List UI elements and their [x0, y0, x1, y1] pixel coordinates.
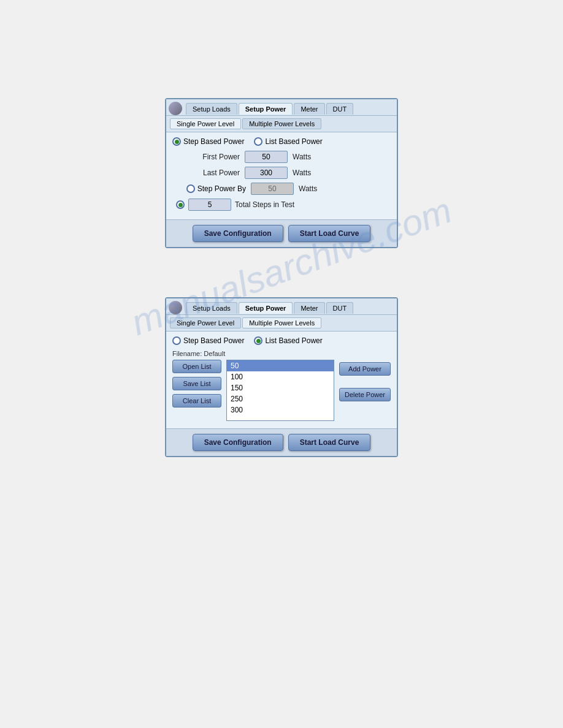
total-steps-label: Total Steps in Test	[235, 200, 294, 209]
radio-step-power[interactable]: Step Power By	[172, 184, 246, 193]
button-row-2: Save Configuration Start Load Curve	[166, 428, 397, 456]
radio-list-circle-1[interactable]	[254, 137, 262, 146]
tab-meter-1[interactable]: Meter	[294, 103, 324, 115]
power-list-item-0[interactable]: 50	[227, 360, 334, 371]
add-power-btn[interactable]: Add Power	[339, 362, 391, 376]
first-power-row: First Power Watts	[172, 151, 391, 163]
power-action-buttons: Add Power Delete Power	[339, 360, 391, 421]
tab-dut-2[interactable]: DUT	[326, 302, 354, 314]
radio-total-steps[interactable]	[172, 200, 185, 209]
radio-step-circle-2[interactable]	[172, 336, 181, 345]
filename-row: Filename: Default	[172, 350, 391, 357]
tab-setup-loads-2[interactable]: Setup Loads	[186, 302, 237, 314]
radio-step-power-circle[interactable]	[186, 184, 195, 193]
power-list-item-3[interactable]: 250	[227, 393, 334, 404]
radio-list-circle-2[interactable]	[254, 336, 262, 345]
radio-row-1: Step Based Power List Based Power	[172, 137, 391, 146]
panel-body-2: Step Based Power List Based Power Filena…	[166, 332, 397, 428]
list-buttons-group: Open List Save List Clear List	[172, 360, 221, 421]
total-steps-row: Total Steps in Test	[172, 199, 391, 211]
sub-tab-single-1[interactable]: Single Power Level	[170, 118, 241, 129]
step-power-unit: Watts	[299, 184, 317, 193]
sub-tab-multiple-1[interactable]: Multiple Power Levels	[242, 118, 321, 129]
radio-list-label-2: List Based Power	[265, 336, 322, 345]
tab-bar-2: Setup Loads Setup Power Meter DUT	[166, 298, 397, 315]
start-load-curve-btn-2[interactable]: Start Load Curve	[288, 434, 371, 451]
tab-setup-power-1[interactable]: Setup Power	[239, 103, 293, 115]
power-list-item-2[interactable]: 150	[227, 382, 334, 393]
radio-step-2[interactable]: Step Based Power	[172, 336, 244, 345]
step-power-label: Step Power By	[197, 184, 246, 193]
panel-body-1: Step Based Power List Based Power First …	[166, 132, 397, 219]
last-power-row: Last Power Watts	[172, 167, 391, 179]
tab-meter-2[interactable]: Meter	[294, 302, 324, 314]
first-power-label: First Power	[172, 153, 240, 161]
radio-total-steps-circle[interactable]	[176, 200, 185, 209]
step-power-row: Step Power By Watts	[172, 183, 391, 195]
list-area: Open List Save List Clear List 50 100 15…	[172, 360, 391, 421]
last-power-label: Last Power	[172, 169, 240, 177]
clear-list-btn[interactable]: Clear List	[172, 394, 221, 408]
radio-step-label-1: Step Based Power	[183, 137, 244, 146]
radio-list-label-1: List Based Power	[265, 137, 322, 146]
save-config-btn-1[interactable]: Save Configuration	[193, 225, 283, 242]
open-list-btn[interactable]: Open List	[172, 360, 221, 373]
sub-tab-bar-1: Single Power Level Multiple Power Levels	[166, 116, 397, 132]
tab-setup-power-2[interactable]: Setup Power	[239, 302, 293, 314]
app-logo	[169, 102, 182, 115]
sub-tab-bar-2: Single Power Level Multiple Power Levels	[166, 315, 397, 332]
first-power-unit: Watts	[293, 153, 311, 161]
delete-power-btn[interactable]: Delete Power	[339, 388, 391, 401]
first-power-input[interactable]	[245, 151, 288, 163]
radio-list-2[interactable]: List Based Power	[254, 336, 322, 345]
step-power-input[interactable]	[251, 183, 294, 195]
sub-tab-single-2[interactable]: Single Power Level	[170, 317, 241, 328]
power-list-box[interactable]: 50 100 150 250 300	[226, 360, 334, 421]
tab-bar-1: Setup Loads Setup Power Meter DUT	[166, 99, 397, 116]
save-list-btn[interactable]: Save List	[172, 377, 221, 390]
panel-2: Setup Loads Setup Power Meter DUT Single…	[165, 297, 398, 457]
save-config-btn-2[interactable]: Save Configuration	[193, 434, 283, 451]
power-list-item-1[interactable]: 100	[227, 371, 334, 382]
panel-1: Setup Loads Setup Power Meter DUT Single…	[165, 98, 398, 248]
tab-setup-loads-1[interactable]: Setup Loads	[186, 103, 237, 115]
radio-step-label-2: Step Based Power	[183, 336, 244, 345]
radio-row-2: Step Based Power List Based Power	[172, 336, 391, 345]
radio-list-1[interactable]: List Based Power	[254, 137, 322, 146]
button-row-1: Save Configuration Start Load Curve	[166, 219, 397, 247]
last-power-input[interactable]	[245, 167, 288, 179]
last-power-unit: Watts	[293, 169, 311, 177]
total-steps-input[interactable]	[188, 199, 231, 211]
start-load-curve-btn-1[interactable]: Start Load Curve	[288, 225, 371, 242]
power-list-item-4[interactable]: 300	[227, 404, 334, 415]
radio-step-1[interactable]: Step Based Power	[172, 137, 244, 146]
app-logo-2	[169, 301, 182, 314]
radio-step-circle-1[interactable]	[172, 137, 181, 146]
tab-dut-1[interactable]: DUT	[326, 103, 354, 115]
sub-tab-multiple-2[interactable]: Multiple Power Levels	[242, 317, 321, 328]
